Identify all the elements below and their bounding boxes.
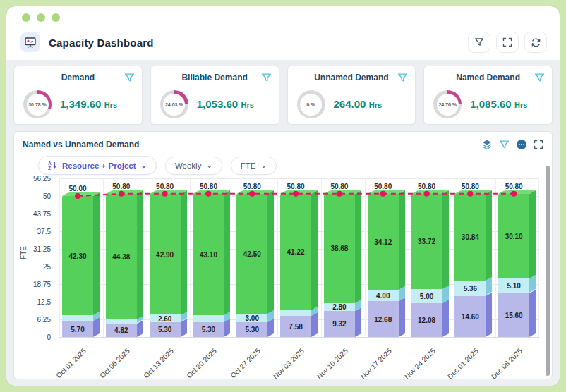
gridline	[277, 178, 278, 337]
capacity-line-label: 50.80	[494, 183, 534, 190]
window-dot[interactable]	[52, 13, 60, 22]
app-window: Capacity Dashboard Demand 30.78 % 1	[6, 6, 560, 386]
capacity-point[interactable]	[75, 193, 80, 199]
kpi-value: 264.00	[334, 98, 366, 110]
kpi-card-unnamed-demand: Unnamed Demand 0 % 264.00 Hrs	[287, 66, 416, 125]
kpi-filter-icon[interactable]	[534, 73, 545, 86]
bar-segment-side	[224, 319, 230, 337]
bar-segment-label: 5.36	[454, 285, 486, 293]
bar-segment-label: 42.90	[150, 251, 181, 259]
x-tick-label: Oct 13 2025	[133, 347, 175, 386]
y-tick-label: 6.25	[16, 316, 51, 324]
vertical-scrollbar[interactable]	[546, 166, 550, 376]
bar-segment-side	[442, 300, 449, 337]
bar-segment-side	[399, 190, 405, 290]
chart-filter-icon[interactable]	[499, 140, 510, 150]
x-tick-label: Dec 01 2025	[438, 347, 480, 386]
gridline	[365, 178, 366, 337]
capacity-line-label: 50.80	[363, 183, 403, 190]
gridline	[147, 178, 147, 337]
layers-icon[interactable]	[481, 139, 493, 150]
window-dot[interactable]	[22, 13, 30, 22]
period-dropdown[interactable]: Weekly ⌄	[165, 157, 222, 175]
kpi-unit: Hrs	[104, 101, 117, 109]
more-icon[interactable]	[516, 139, 527, 150]
y-tick-label: 18.75	[16, 281, 51, 288]
bar-segment-side	[311, 190, 318, 310]
gridline	[190, 178, 191, 337]
bar-oct-01-2025: 5.7042.30	[62, 178, 100, 337]
x-tick-label: Nov 03 2025	[264, 347, 306, 386]
chart-fullscreen-icon[interactable]	[534, 140, 543, 149]
bar-segment-side	[529, 290, 536, 337]
gridline	[409, 178, 409, 337]
x-axis-labels: Oct 01 2025Oct 06 2025Oct 13 2025Oct 20 …	[59, 343, 539, 386]
filter-button[interactable]	[468, 32, 490, 53]
bar-top-face	[324, 190, 361, 194]
capacity-line-label: 50.80	[407, 183, 447, 190]
bar-segment-side	[224, 190, 230, 315]
bar-segment-label: 4.00	[368, 292, 399, 300]
bar-segment-label: 4.82	[106, 326, 137, 334]
kpi-title: Unnamed Demand	[288, 73, 416, 82]
capacity-point[interactable]	[162, 191, 168, 197]
capacity-point[interactable]	[511, 191, 517, 197]
bar-top-face	[106, 190, 143, 194]
bar-segment-side	[486, 190, 492, 281]
capacity-point[interactable]	[467, 191, 473, 197]
bar-segment-middle[interactable]	[193, 315, 224, 322]
bar-top-face	[411, 190, 449, 194]
refresh-button[interactable]	[524, 32, 547, 53]
bar-segment-label: 5.70	[62, 326, 93, 333]
metric-dropdown[interactable]: FTE ⌄	[231, 157, 277, 175]
capacity-point[interactable]	[205, 191, 211, 197]
capacity-point[interactable]	[424, 191, 430, 197]
x-tick-label: Oct 27 2025	[220, 347, 262, 386]
bar-segment-side	[399, 298, 405, 337]
bar-segment-side	[486, 293, 492, 337]
capacity-line-label: 50.80	[450, 183, 490, 190]
capacity-point[interactable]	[337, 191, 342, 197]
bar-segment-middle[interactable]	[280, 310, 311, 316]
x-tick-label: Nov 17 2025	[351, 347, 393, 386]
capacity-point[interactable]	[119, 191, 124, 197]
bar-segment-label: 44.38	[106, 253, 137, 261]
kpi-filter-icon[interactable]	[261, 73, 272, 86]
kpi-value: 1,053.60	[197, 98, 238, 110]
bar-segment-side	[355, 190, 361, 303]
x-tick-label: Oct 20 2025	[177, 347, 219, 386]
kpi-filter-icon[interactable]	[124, 73, 135, 86]
bar-segment-label: 5.30	[236, 326, 267, 333]
bar-segment-middle[interactable]	[62, 315, 93, 321]
bar-top-face	[498, 190, 536, 194]
sort-dropdown[interactable]: AZ Resource + Project ⌄	[38, 156, 157, 175]
sort-dropdown-label: Resource + Project	[62, 161, 136, 170]
bar-nov-24-2025: 12.085.0033.72	[411, 178, 449, 337]
bar-segment-label: 5.30	[150, 326, 181, 333]
period-dropdown-label: Weekly	[175, 161, 202, 170]
plot-area: 5.7042.3050.004.8244.3850.805.302.6042.9…	[59, 178, 539, 337]
capacity-point[interactable]	[293, 191, 299, 197]
bar-top-face	[454, 190, 492, 194]
bar-segment-label: 5.30	[193, 326, 224, 333]
kpi-title: Billable Demand	[151, 73, 279, 82]
bar-segment-label: 2.80	[324, 303, 355, 311]
chart-title: Named vs Unnamed Demand	[23, 140, 139, 149]
x-tick-label: Oct 06 2025	[90, 347, 131, 386]
bar-oct-13-2025: 5.302.6042.90	[150, 178, 187, 337]
capacity-line-label: 50.80	[188, 183, 228, 190]
bar-segment-side	[267, 190, 274, 314]
window-dot[interactable]	[37, 13, 45, 22]
kpi-filter-icon[interactable]	[397, 73, 408, 86]
gridline	[103, 178, 104, 337]
kpi-percent: 30.78 %	[27, 94, 49, 116]
x-tick-label: Nov 24 2025	[395, 347, 437, 386]
capacity-point[interactable]	[380, 191, 386, 197]
kpi-unit: Hrs	[369, 101, 382, 109]
capacity-line-label: 50.80	[276, 183, 315, 190]
kpi-title: Demand	[14, 73, 142, 82]
bar-segment-middle[interactable]	[106, 319, 137, 323]
fullscreen-icon	[502, 37, 512, 47]
capacity-point[interactable]	[249, 191, 255, 197]
fullscreen-button[interactable]	[496, 32, 519, 53]
